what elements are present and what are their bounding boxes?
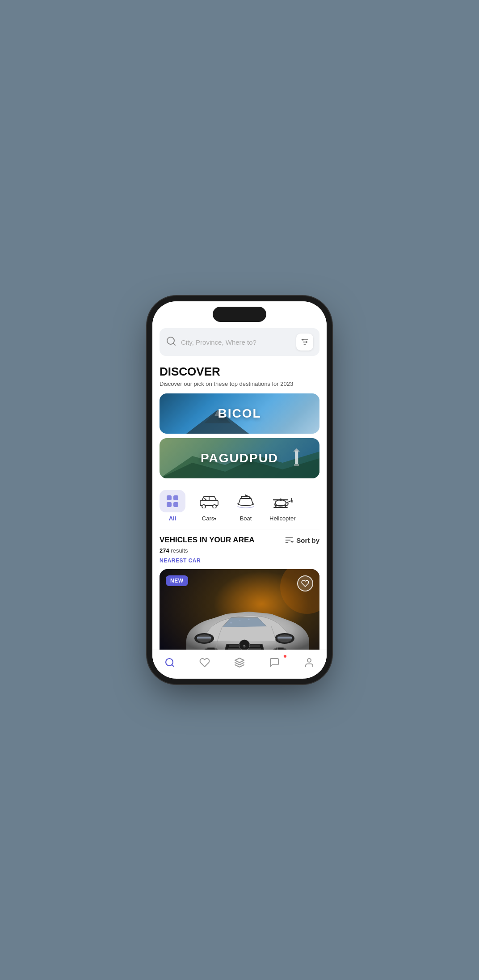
svg-rect-17	[167, 502, 172, 507]
filter-button[interactable]	[296, 334, 313, 351]
nav-profile[interactable]	[298, 655, 320, 670]
svg-point-40	[277, 634, 292, 642]
bicol-label: BICOL	[218, 406, 261, 421]
pagudpud-label: PAGUDPUD	[201, 451, 278, 465]
new-badge: NEW	[166, 575, 188, 586]
sort-by-label: Sort by	[296, 536, 319, 544]
nearest-label: NEAREST CAR	[160, 558, 319, 564]
destination-card-pagudpud[interactable]: PAGUDPUD	[160, 438, 319, 478]
svg-rect-16	[173, 495, 178, 500]
results-number: 274	[160, 547, 169, 554]
category-section: All Cars▾	[152, 483, 327, 529]
svg-point-20	[202, 505, 206, 508]
cars-icon-wrap	[196, 490, 222, 512]
svg-text:S: S	[243, 644, 246, 648]
boat-label: Boat	[240, 515, 252, 522]
all-icon-wrap	[160, 490, 185, 512]
vehicles-header: VEHICLES IN YOUR AREA Sort by	[160, 536, 319, 545]
search-placeholder[interactable]: City, Province, Where to?	[181, 338, 292, 346]
svg-point-27	[280, 499, 282, 501]
discover-section: DISCOVER Discover our pick on these top …	[152, 361, 327, 478]
nav-messages[interactable]	[264, 655, 285, 670]
phone-frame: City, Province, Where to? DISCOVER Disco…	[152, 301, 327, 679]
nav-favorites[interactable]	[194, 655, 215, 670]
destination-card-bicol[interactable]: BICOL	[160, 393, 319, 434]
helicopter-label: Helicopter	[269, 515, 296, 522]
svg-marker-13	[293, 448, 300, 452]
svg-point-55	[240, 620, 240, 621]
sort-by-button[interactable]: Sort by	[285, 536, 319, 545]
svg-point-54	[262, 621, 263, 622]
discover-title: DISCOVER	[160, 365, 319, 379]
svg-point-38	[197, 634, 211, 642]
svg-rect-18	[173, 502, 178, 507]
svg-rect-12	[295, 451, 298, 464]
svg-point-62	[307, 659, 311, 662]
svg-point-53	[248, 619, 250, 620]
results-label: results	[171, 547, 188, 554]
search-bar: City, Province, Where to?	[160, 328, 319, 356]
svg-point-6	[306, 341, 307, 342]
results-count: 274 results	[160, 547, 319, 554]
svg-point-21	[213, 505, 216, 508]
svg-line-24	[286, 500, 292, 503]
favorite-button[interactable]	[297, 575, 313, 591]
cars-label: Cars▾	[202, 515, 216, 522]
vehicles-title: VEHICLES IN YOUR AREA	[160, 536, 255, 545]
svg-rect-14	[294, 464, 299, 466]
category-all[interactable]: All	[160, 490, 185, 522]
category-helicopter[interactable]: Helicopter	[269, 490, 296, 522]
discover-subtitle: Discover our pick on these top destinati…	[160, 380, 319, 387]
bottom-navigation	[152, 650, 327, 679]
category-boat[interactable]: Boat	[233, 490, 259, 522]
category-cars[interactable]: Cars▾	[196, 490, 222, 522]
search-icon	[166, 336, 176, 349]
category-list: All Cars▾	[160, 490, 319, 529]
nav-tools[interactable]	[229, 655, 250, 670]
phone-screen: City, Province, Where to? DISCOVER Disco…	[152, 301, 327, 679]
nav-search[interactable]	[159, 655, 181, 670]
boat-icon-wrap	[233, 490, 259, 512]
helicopter-icon-wrap	[269, 490, 295, 512]
svg-line-1	[173, 343, 175, 345]
svg-line-61	[172, 665, 174, 667]
svg-rect-15	[167, 495, 172, 500]
messages-badge	[283, 655, 287, 658]
all-label: All	[169, 515, 176, 522]
svg-point-5	[302, 339, 303, 340]
svg-point-52	[231, 622, 232, 624]
phone-notch	[213, 307, 266, 322]
